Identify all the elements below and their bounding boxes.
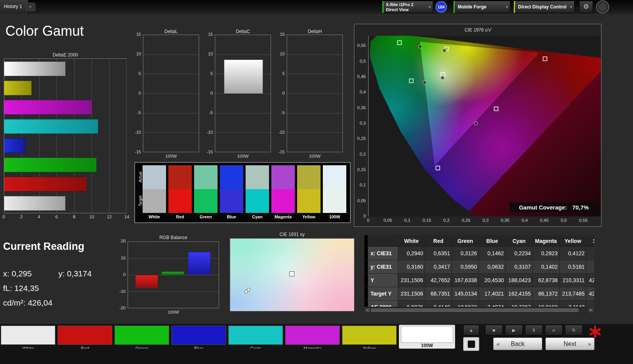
reading-fl: fL: 124,35 — [3, 284, 39, 293]
row-label: Target Y — [368, 287, 398, 301]
gridline — [215, 132, 271, 133]
actual-swatch — [168, 165, 192, 189]
column-header: Green — [452, 235, 479, 247]
gamut-coverage-readout: Gamut Coverage:70,7% — [510, 203, 598, 213]
alert-asterisk-icon — [588, 325, 602, 339]
back-button[interactable]: « Back — [493, 337, 542, 350]
axis-tick-label: 8 — [70, 214, 78, 219]
pattern-swatch-blue[interactable]: Blue — [171, 326, 226, 349]
rgb-balance-x-label: 100W — [128, 310, 219, 314]
axis-tick-label: 5 — [139, 71, 141, 76]
axis-tick-label: 0 — [123, 272, 126, 277]
display-control-dropdown[interactable]: Direct Display Control ▼ — [514, 1, 575, 13]
row-handle[interactable] — [364, 287, 368, 301]
axis-tick-label: 0,35 — [499, 218, 511, 223]
actual-swatch — [220, 165, 243, 189]
collapse-panel-button[interactable]: ▲ — [463, 325, 479, 336]
session-options-button[interactable] — [596, 0, 609, 13]
play-button[interactable]: ▶ — [505, 325, 523, 336]
pattern-source-dropdown[interactable]: Mobile Forge ▼ — [454, 1, 510, 13]
deltae-bar-100w — [4, 196, 65, 211]
swatch-label: Magenta — [285, 346, 340, 349]
pattern-swatch-magenta[interactable]: Magenta — [285, 326, 340, 349]
table-cell: 0,4122 — [560, 247, 586, 260]
measurement-marker — [247, 288, 250, 291]
table-cell: 3,1142 — [560, 301, 586, 307]
pattern-swatch-100w[interactable]: 100W — [399, 325, 455, 349]
pattern-source-label: Mobile Forge — [458, 4, 487, 10]
chevron-down-icon: ▼ — [505, 6, 508, 9]
meter-dropdown[interactable]: X-Rite i1Pro 2 Direct View ▼ — [382, 1, 433, 13]
axis-tick-label: -5 — [137, 110, 141, 115]
table-cell: 231,1506 — [398, 287, 425, 301]
table-cell: 0,6351 — [425, 247, 452, 260]
stop-button[interactable]: ■ — [485, 325, 503, 336]
rgb-bar-green — [161, 271, 184, 275]
pattern-swatch-white[interactable]: White — [1, 326, 55, 349]
next-button[interactable]: Next » — [545, 337, 595, 350]
pattern-window-button[interactable] — [463, 337, 479, 351]
scroll-right-button[interactable]: ► — [588, 308, 594, 312]
gridline — [143, 74, 199, 74]
pause-button[interactable]: Ⅱ — [525, 325, 543, 336]
gridline — [143, 132, 199, 133]
pattern-swatch-yellow[interactable]: Yellow — [342, 326, 397, 349]
table-cell: 10,7367 — [506, 301, 533, 307]
refresh-button[interactable]: ↻ — [565, 325, 583, 336]
gamut-coverage-label: Gamut Coverage: — [519, 204, 567, 211]
swatch-label: White — [1, 346, 55, 349]
axis-tick-label: 15 — [208, 32, 213, 37]
row-handle[interactable] — [364, 247, 368, 260]
actual-swatch — [246, 165, 269, 189]
axis-tick-label: -10 — [206, 130, 213, 135]
gridline — [128, 291, 219, 292]
settings-gear-button[interactable]: ⚙ — [579, 1, 593, 13]
continuous-button[interactable]: ∞ — [545, 325, 563, 336]
pattern-swatch-cyan[interactable]: Cyan — [228, 326, 283, 349]
row-label: ΔE 2000 — [368, 301, 398, 307]
top-bar: History 1 + X-Rite i1Pro 2 Direct View ▼… — [0, 0, 633, 14]
gridline — [143, 93, 199, 94]
reading-x: x: 0,295 — [3, 269, 32, 278]
row-handle[interactable] — [364, 301, 368, 307]
axis-tick-label: -5 — [281, 110, 285, 115]
table-cell: 0,0632 — [479, 260, 506, 274]
scroll-left-button[interactable]: ◄ — [365, 308, 370, 312]
column-header: Magenta — [533, 235, 560, 247]
next-chevron-icon: » — [588, 338, 591, 350]
table-cell: 10,0103 — [533, 301, 560, 307]
pattern-swatch-red[interactable]: Red — [58, 326, 112, 349]
deltae-bar-yellow — [4, 81, 32, 95]
axis-tick-label: -15 — [135, 150, 141, 154]
cie1976-title: CIE 1976 u'v' — [354, 27, 602, 33]
stop-icon: ■ — [493, 328, 495, 332]
add-tab-button[interactable]: + — [25, 3, 35, 11]
chromaticity-diagram — [369, 36, 601, 216]
axis-tick-label: 5 — [282, 71, 285, 76]
actual-swatch — [297, 165, 321, 189]
table-horizontal-scrollbar[interactable]: ◄ ► — [364, 307, 594, 313]
actual-target-swatch-panel: Actual Target WhiteRedGreenBlueCyanMagen… — [135, 162, 351, 223]
rgb-balance-chart — [128, 241, 219, 308]
axis-tick-label: 0,5 — [360, 59, 366, 63]
pattern-swatch-green[interactable]: Green — [115, 326, 169, 349]
table-cell: 213,7485 — [560, 287, 586, 301]
deltae2000-chart-title: DeltaE 2000 — [4, 52, 127, 58]
axis-tick-label: 10 — [136, 52, 141, 56]
row-handle[interactable] — [364, 274, 368, 287]
cie1931-chart — [230, 238, 354, 311]
axis-tick-label: 0,1 — [360, 183, 366, 187]
axis-tick-label: -15 — [206, 150, 213, 154]
target-swatch — [297, 189, 321, 213]
deltaL-y-axis: 151050-5-10-15 — [131, 35, 142, 152]
axis-tick-label: -10 — [135, 130, 141, 135]
back-button-label: Back — [511, 341, 525, 347]
table-corner-label — [368, 235, 398, 247]
history-tab[interactable]: History 1 — [0, 0, 28, 14]
scrollbar-thumb[interactable] — [371, 308, 578, 312]
row-handle[interactable] — [364, 260, 368, 274]
table-cell: 0,2940 — [398, 247, 425, 260]
axis-tick-label: 0,55 — [357, 43, 366, 48]
table-cell: 0,2950 — [586, 247, 594, 260]
target-swatch — [143, 189, 166, 213]
